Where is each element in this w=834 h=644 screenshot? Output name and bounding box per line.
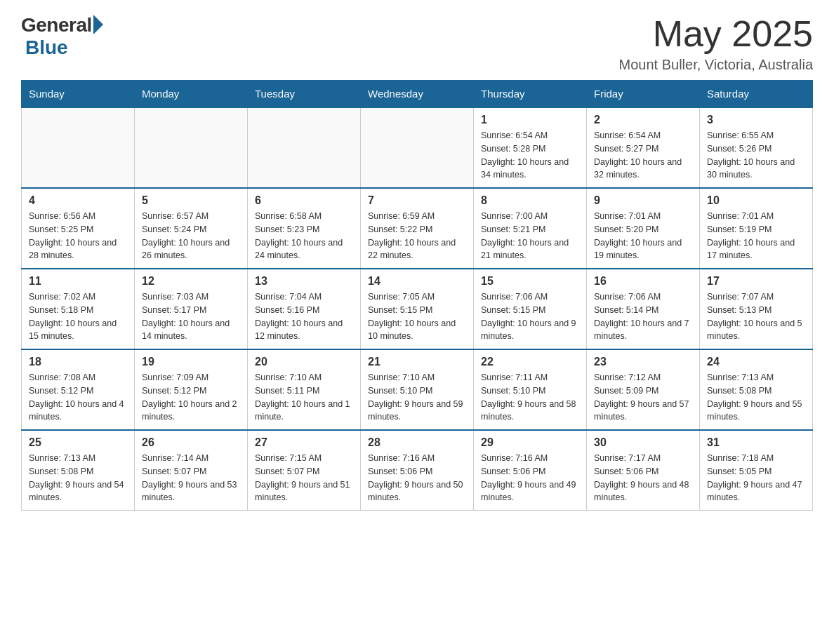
calendar-week-row: 4Sunrise: 6:56 AM Sunset: 5:25 PM Daylig… [22,188,813,269]
day-info: Sunrise: 7:01 AM Sunset: 5:20 PM Dayligh… [594,210,692,262]
day-number: 5 [142,194,240,207]
calendar-cell: 13Sunrise: 7:04 AM Sunset: 5:16 PM Dayli… [248,269,361,349]
calendar-cell: 8Sunrise: 7:00 AM Sunset: 5:21 PM Daylig… [474,188,587,269]
day-number: 8 [481,194,579,207]
day-number: 3 [707,114,805,126]
calendar-cell: 26Sunrise: 7:14 AM Sunset: 5:07 PM Dayli… [135,430,248,511]
month-year-title: May 2025 [619,14,813,54]
calendar-cell: 15Sunrise: 7:06 AM Sunset: 5:15 PM Dayli… [474,269,587,349]
calendar-cell: 9Sunrise: 7:01 AM Sunset: 5:20 PM Daylig… [587,188,700,269]
calendar-cell: 21Sunrise: 7:10 AM Sunset: 5:10 PM Dayli… [361,349,474,430]
day-info: Sunrise: 6:57 AM Sunset: 5:24 PM Dayligh… [142,210,240,262]
day-info: Sunrise: 7:10 AM Sunset: 5:11 PM Dayligh… [255,371,353,424]
day-number: 12 [142,275,240,288]
calendar-week-row: 18Sunrise: 7:08 AM Sunset: 5:12 PM Dayli… [22,349,813,430]
calendar-table: SundayMondayTuesdayWednesdayThursdayFrid… [21,80,813,511]
calendar-header-row: SundayMondayTuesdayWednesdayThursdayFrid… [22,81,813,108]
day-info: Sunrise: 7:06 AM Sunset: 5:14 PM Dayligh… [594,290,692,343]
day-info: Sunrise: 6:59 AM Sunset: 5:22 PM Dayligh… [368,210,466,262]
day-number: 29 [481,436,579,449]
day-number: 16 [594,275,692,288]
day-number: 24 [707,356,805,368]
day-info: Sunrise: 7:03 AM Sunset: 5:17 PM Dayligh… [142,290,240,343]
day-number: 19 [142,356,240,368]
calendar-cell: 19Sunrise: 7:09 AM Sunset: 5:12 PM Dayli… [135,349,248,430]
day-info: Sunrise: 7:06 AM Sunset: 5:15 PM Dayligh… [481,290,579,343]
calendar-cell [135,107,248,188]
day-info: Sunrise: 7:04 AM Sunset: 5:16 PM Dayligh… [255,290,353,343]
calendar-day-header: Monday [135,81,248,108]
calendar-cell: 22Sunrise: 7:11 AM Sunset: 5:10 PM Dayli… [474,349,587,430]
day-info: Sunrise: 7:00 AM Sunset: 5:21 PM Dayligh… [481,210,579,262]
calendar-day-header: Tuesday [248,81,361,108]
day-info: Sunrise: 7:07 AM Sunset: 5:13 PM Dayligh… [707,290,805,343]
calendar-day-header: Wednesday [361,81,474,108]
day-info: Sunrise: 7:17 AM Sunset: 5:06 PM Dayligh… [594,452,692,504]
day-info: Sunrise: 6:58 AM Sunset: 5:23 PM Dayligh… [255,210,353,262]
calendar-cell: 28Sunrise: 7:16 AM Sunset: 5:06 PM Dayli… [361,430,474,511]
day-info: Sunrise: 7:09 AM Sunset: 5:12 PM Dayligh… [142,371,240,424]
day-info: Sunrise: 7:18 AM Sunset: 5:05 PM Dayligh… [707,452,805,504]
day-info: Sunrise: 7:02 AM Sunset: 5:18 PM Dayligh… [29,290,127,343]
day-info: Sunrise: 7:15 AM Sunset: 5:07 PM Dayligh… [255,452,353,504]
calendar-cell: 18Sunrise: 7:08 AM Sunset: 5:12 PM Dayli… [22,349,135,430]
day-info: Sunrise: 7:01 AM Sunset: 5:19 PM Dayligh… [707,210,805,262]
logo: General Blue [21,14,103,59]
logo-blue-text: Blue [25,36,68,59]
calendar-cell: 14Sunrise: 7:05 AM Sunset: 5:15 PM Dayli… [361,269,474,349]
calendar-cell: 1Sunrise: 6:54 AM Sunset: 5:28 PM Daylig… [474,107,587,188]
title-block: May 2025 Mount Buller, Victoria, Austral… [619,14,813,73]
day-number: 10 [707,194,805,207]
calendar-cell: 11Sunrise: 7:02 AM Sunset: 5:18 PM Dayli… [22,269,135,349]
calendar-cell: 20Sunrise: 7:10 AM Sunset: 5:11 PM Dayli… [248,349,361,430]
calendar-cell: 23Sunrise: 7:12 AM Sunset: 5:09 PM Dayli… [587,349,700,430]
day-number: 27 [255,436,353,449]
day-info: Sunrise: 7:12 AM Sunset: 5:09 PM Dayligh… [594,371,692,424]
day-number: 1 [481,114,579,126]
calendar-cell: 27Sunrise: 7:15 AM Sunset: 5:07 PM Dayli… [248,430,361,511]
logo-arrow-icon [93,15,103,34]
day-info: Sunrise: 7:13 AM Sunset: 5:08 PM Dayligh… [29,452,127,504]
calendar-cell [22,107,135,188]
calendar-cell: 3Sunrise: 6:55 AM Sunset: 5:26 PM Daylig… [700,107,813,188]
day-info: Sunrise: 6:56 AM Sunset: 5:25 PM Dayligh… [29,210,127,262]
day-number: 25 [29,436,127,449]
day-number: 6 [255,194,353,207]
day-number: 21 [368,356,466,368]
day-number: 4 [29,194,127,207]
calendar-week-row: 1Sunrise: 6:54 AM Sunset: 5:28 PM Daylig… [22,107,813,188]
day-number: 28 [368,436,466,449]
day-number: 11 [29,275,127,288]
day-number: 9 [594,194,692,207]
day-number: 22 [481,356,579,368]
calendar-day-header: Sunday [22,81,135,108]
day-info: Sunrise: 6:55 AM Sunset: 5:26 PM Dayligh… [707,129,805,182]
calendar-cell: 30Sunrise: 7:17 AM Sunset: 5:06 PM Dayli… [587,430,700,511]
day-info: Sunrise: 7:10 AM Sunset: 5:10 PM Dayligh… [368,371,466,424]
location-subtitle: Mount Buller, Victoria, Australia [619,57,813,73]
calendar-cell: 12Sunrise: 7:03 AM Sunset: 5:17 PM Dayli… [135,269,248,349]
day-info: Sunrise: 6:54 AM Sunset: 5:28 PM Dayligh… [481,129,579,182]
calendar-cell: 25Sunrise: 7:13 AM Sunset: 5:08 PM Dayli… [22,430,135,511]
calendar-cell [248,107,361,188]
day-number: 14 [368,275,466,288]
page-header: General Blue May 2025 Mount Buller, Vict… [21,14,813,73]
calendar-cell: 4Sunrise: 6:56 AM Sunset: 5:25 PM Daylig… [22,188,135,269]
logo-general-text: General [21,14,92,36]
day-info: Sunrise: 7:14 AM Sunset: 5:07 PM Dayligh… [142,452,240,504]
day-info: Sunrise: 7:05 AM Sunset: 5:15 PM Dayligh… [368,290,466,343]
calendar-cell: 2Sunrise: 6:54 AM Sunset: 5:27 PM Daylig… [587,107,700,188]
day-number: 7 [368,194,466,207]
calendar-cell: 6Sunrise: 6:58 AM Sunset: 5:23 PM Daylig… [248,188,361,269]
calendar-day-header: Friday [587,81,700,108]
calendar-cell: 7Sunrise: 6:59 AM Sunset: 5:22 PM Daylig… [361,188,474,269]
day-number: 15 [481,275,579,288]
calendar-week-row: 11Sunrise: 7:02 AM Sunset: 5:18 PM Dayli… [22,269,813,349]
calendar-cell: 5Sunrise: 6:57 AM Sunset: 5:24 PM Daylig… [135,188,248,269]
day-number: 18 [29,356,127,368]
day-number: 17 [707,275,805,288]
calendar-cell: 17Sunrise: 7:07 AM Sunset: 5:13 PM Dayli… [700,269,813,349]
calendar-day-header: Thursday [474,81,587,108]
calendar-day-header: Saturday [700,81,813,108]
calendar-cell: 24Sunrise: 7:13 AM Sunset: 5:08 PM Dayli… [700,349,813,430]
